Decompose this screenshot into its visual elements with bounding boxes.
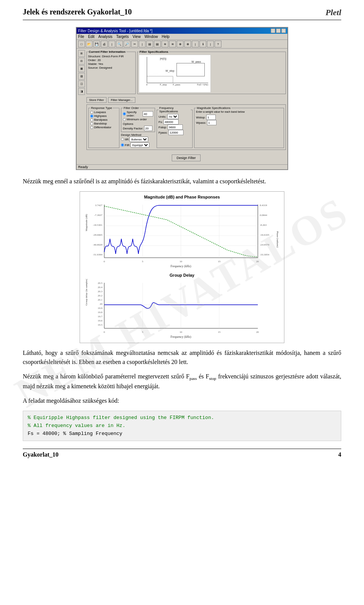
fda-menu-targets[interactable]: Targets: [116, 35, 129, 39]
fda-menu-edit[interactable]: Edit: [88, 35, 94, 39]
svg-text:3.7427: 3.7427: [95, 204, 103, 207]
fda-tb-save[interactable]: 💾: [93, 41, 100, 47]
fda-store-filter-btn[interactable]: Store Filter: [86, 97, 107, 103]
svg-text:-40.8029: -40.8029: [93, 243, 103, 246]
fda-menu-analysis[interactable]: Analysis: [98, 35, 112, 39]
fda-design-filter-btn[interactable]: Design Filter: [172, 154, 201, 161]
fda-tb-btn2[interactable]: ▤: [154, 41, 161, 47]
fda-wstop-input[interactable]: [206, 115, 216, 120]
fda-side-icons: ⊞ ⊟ ▦ ▧ ◫ ◨: [78, 50, 85, 163]
fda-minimize-btn[interactable]: _: [271, 28, 275, 33]
svg-rect-6: [147, 76, 173, 83]
fda-radio-specify[interactable]: [123, 112, 126, 115]
fda-side-icon-4[interactable]: ▧: [78, 73, 85, 80]
fda-density-input[interactable]: [144, 126, 152, 131]
fda-radio-bandpass[interactable]: [90, 118, 93, 121]
fda-side-icon-6[interactable]: ◨: [78, 88, 85, 95]
svg-text:19.8: 19.8: [98, 311, 103, 314]
fda-tb-btn3[interactable]: ≋: [162, 41, 168, 47]
fda-rt-highpass: Highpass: [90, 114, 118, 118]
fda-tb-btn4[interactable]: ≋: [169, 41, 176, 47]
svg-text:15: 15: [218, 260, 221, 263]
group-delay-chart: 20.5 20.4 20.3 20.2 20.1 20 19.9 19.8 19…: [83, 279, 281, 340]
fda-menu-window[interactable]: Window: [144, 35, 158, 39]
fda-maximize-btn[interactable]: □: [276, 28, 281, 33]
fda-radio-fir[interactable]: [121, 143, 124, 147]
fda-menu-help[interactable]: Help: [162, 35, 169, 39]
fda-dm-fir: FIR Equiripple: [121, 142, 155, 148]
body-text-2-prefix: Nézzük meg a három különböző paraméterre…: [23, 373, 190, 380]
svg-text:20.1: 20.1: [98, 298, 103, 301]
fda-fstop-input[interactable]: [168, 124, 183, 130]
fda-close-btn[interactable]: ×: [281, 28, 286, 33]
svg-text:5: 5: [142, 331, 143, 334]
fda-wstop-row: Wstop:: [196, 115, 282, 120]
svg-text:Fs/2: Fs/2: [197, 84, 201, 86]
fda-tb-sep3: |: [192, 41, 199, 47]
intro-paragraph: Nézzük meg ennél a szűrőnél is az amplit…: [23, 177, 341, 186]
fda-fpass-input[interactable]: [168, 130, 184, 135]
fda-density-row: Density Factor:: [123, 126, 153, 131]
fda-tb-sep4: |: [207, 41, 214, 47]
svg-text:Magnitude (dB): Magnitude (dB): [85, 214, 88, 231]
fda-mag-specs-fieldset: Magnitude Specifications Enter a weight …: [194, 106, 284, 148]
fda-side-icon-1[interactable]: ⊞: [78, 50, 85, 57]
fda-radio-highpass[interactable]: [90, 115, 93, 118]
svg-text:f (Hz): f (Hz): [203, 84, 208, 86]
fda-tb-print[interactable]: 🖨: [101, 41, 108, 47]
fda-mag-hint: Enter a weight value for each band below: [196, 110, 282, 113]
fda-fir-select[interactable]: Equiripple: [130, 142, 149, 148]
fda-side-icon-3[interactable]: ▦: [78, 65, 85, 72]
fda-top-area: Current Filter Information Structure: Di…: [86, 50, 286, 94]
fda-dm-iir: IIR Butterworth: [121, 137, 155, 142]
fda-menu-file[interactable]: File: [78, 35, 84, 39]
fda-tb-open[interactable]: 📂: [86, 41, 93, 47]
svg-text:20.4: 20.4: [98, 286, 103, 289]
svg-rect-5: [177, 63, 205, 76]
fda-response-type: Response Type Lowpass Highpass Bandpass …: [88, 106, 119, 148]
fda-status-text: Ready: [78, 165, 88, 169]
fda-iir-select[interactable]: Butterworth: [129, 137, 148, 142]
svg-text:0.0844: 0.0844: [260, 214, 267, 217]
header-logo: Pletl: [325, 8, 341, 17]
fda-tb-zoom[interactable]: 🔍: [116, 41, 123, 47]
fda-radio-lowpass[interactable]: [90, 111, 93, 114]
fda-radio-diff[interactable]: [90, 126, 93, 129]
svg-text:20: 20: [100, 302, 103, 306]
fda-menubar: File Edit Analysis Targets View Window H…: [77, 34, 287, 40]
fda-units-select[interactable]: Hz: [167, 114, 179, 119]
svg-text:-51.9394: -51.9394: [93, 253, 103, 256]
svg-text:Group delay (in samples): Group delay (in samples): [85, 279, 88, 306]
fda-radio-iir[interactable]: [121, 138, 124, 141]
fda-tb-btn1[interactable]: ▤: [146, 41, 153, 47]
svg-text:-16.6105: -16.6105: [260, 233, 270, 236]
fda-tb-btn5[interactable]: ⊕: [177, 41, 184, 47]
fda-filter-order-fieldset: Filter Order Specify order: Minimum orde…: [121, 106, 155, 132]
charts-container: Magnitude (dB) and Phase Responses 3.742…: [80, 191, 284, 343]
fda-radio-minimum[interactable]: [123, 118, 126, 121]
fda-tb-btn7[interactable]: ℹ: [199, 41, 206, 47]
fda-wpass-input[interactable]: [207, 120, 217, 125]
fda-filter-specs: Filter Specifications |H(0)| W_pass: [137, 50, 286, 94]
fda-fs-input[interactable]: [163, 119, 179, 124]
fda-tb-cut[interactable]: ✂: [131, 41, 138, 47]
fda-tb-btn6[interactable]: ⊕: [184, 41, 191, 47]
fda-order-input[interactable]: [143, 111, 153, 117]
fda-tb-zoom2[interactable]: 🔎: [124, 41, 130, 47]
fda-tb-help[interactable]: ?: [215, 41, 221, 47]
fda-fs-units: Units: Hz: [158, 114, 191, 119]
svg-text:-29.6665: -29.6665: [93, 233, 103, 236]
fda-side-icon-5[interactable]: ◫: [78, 80, 85, 87]
fda-radio-bandstop[interactable]: [90, 122, 93, 125]
svg-text:19.9: 19.9: [98, 307, 103, 310]
svg-text:-8.263: -8.263: [260, 224, 267, 227]
fda-filter-order-label: Filter Order: [123, 106, 140, 110]
fda-rt-lowpass: Lowpass: [90, 110, 118, 114]
fda-menu-view[interactable]: View: [132, 35, 141, 39]
fda-filter-manager-btn[interactable]: Filter Manager...: [108, 97, 135, 103]
fda-tb-new[interactable]: □: [78, 41, 85, 47]
fda-side-icon-2[interactable]: ⊟: [78, 58, 85, 65]
fda-current-filter-label: Current Filter Information: [88, 50, 126, 54]
footer-right: 4: [338, 451, 341, 458]
svg-text:W_pass: W_pass: [191, 60, 201, 63]
